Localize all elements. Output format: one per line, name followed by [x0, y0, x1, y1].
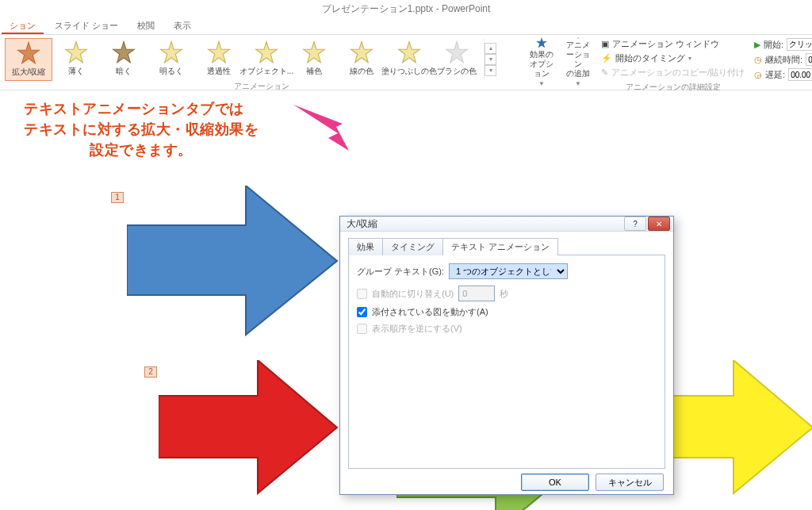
dialog-tabs: 効果 タイミング テキスト アニメーション — [348, 238, 665, 255]
seconds-unit: 秒 — [500, 288, 508, 300]
add-animation-label: アニメーション の追加 — [566, 40, 590, 79]
duration-input[interactable] — [806, 53, 812, 66]
anim-item-5[interactable]: オブジェクト... — [243, 38, 290, 81]
anim-item-label: オブジェクト... — [239, 66, 293, 77]
star-icon — [445, 40, 469, 64]
dialog-tab-effect[interactable]: 効果 — [348, 238, 383, 255]
delay-input[interactable] — [788, 68, 812, 81]
painter-label: アニメーションのコピー/貼り付け — [611, 67, 745, 79]
delay-icon: ◶ — [754, 70, 762, 80]
tab-animation[interactable]: ション — [2, 17, 44, 34]
svg-marker-7 — [351, 42, 373, 63]
star-plus-icon: + — [566, 37, 590, 39]
dialog-titlebar[interactable]: 大/収縮 ? ✕ — [340, 217, 673, 232]
dialog-close-button[interactable]: ✕ — [648, 217, 670, 231]
animation-gallery: 拡大/収縮薄く暗く明るく透過性オブジェクト...補色線の色塗りつぶしの色ブラシの… — [0, 35, 496, 81]
grow-shrink-dialog: 大/収縮 ? ✕ 効果 タイミング テキスト アニメーション グループ テキスト… — [339, 216, 674, 495]
blue-arrow-shape[interactable] — [127, 186, 341, 336]
reverse-order-checkbox — [357, 324, 367, 334]
group-text-select[interactable]: 1 つのオブジェクトとして — [449, 263, 568, 279]
anim-item-label: 暗く — [116, 66, 132, 77]
ok-button[interactable]: OK — [521, 474, 589, 491]
anim-item-label: 拡大/収縮 — [12, 67, 46, 78]
tab-slideshow[interactable]: スライド ショー — [47, 17, 126, 34]
svg-marker-13 — [293, 105, 349, 151]
anim-item-label: 線の色 — [350, 66, 373, 77]
dialog-panel: グループ テキスト(G): 1 つのオブジェクトとして 自動的に切り替え(U) … — [348, 255, 665, 469]
svg-text:+: + — [579, 37, 580, 38]
auto-seconds-input — [458, 286, 495, 301]
anim-item-label: 薄く — [68, 66, 84, 77]
animation-pane-label: アニメーション ウィンドウ — [612, 38, 719, 50]
trigger-button[interactable]: ⚡ 開始のタイミング ▾ — [601, 52, 745, 64]
anim-item-8[interactable]: 塗りつぶしの色 — [385, 38, 433, 81]
dialog-tab-text-animation[interactable]: テキスト アニメーション — [442, 238, 558, 255]
star-icon — [64, 40, 88, 64]
star-icon — [350, 40, 373, 64]
anim-item-4[interactable]: 透過性 — [195, 38, 243, 81]
anim-item-6[interactable]: 補色 — [290, 38, 338, 81]
svg-marker-2 — [113, 42, 135, 63]
star-icon — [112, 40, 136, 64]
star-icon — [302, 40, 326, 64]
group-text-label: グループ テキスト(G): — [357, 266, 444, 278]
anim-item-3[interactable]: 明るく — [147, 38, 195, 81]
add-animation-button[interactable]: + アニメーション の追加 ▼ — [560, 35, 596, 90]
tab-review[interactable]: 校閲 — [129, 17, 163, 34]
help-icon: ? — [633, 220, 638, 228]
app-titlebar: プレゼンテーション1.pptx - PowerPoint — [0, 0, 812, 17]
start-input[interactable] — [787, 38, 812, 51]
start-label: 開始: — [764, 39, 783, 51]
effect-options-label: 効果の オプション — [530, 50, 553, 79]
anim-item-7[interactable]: 線の色 — [338, 38, 385, 81]
anim-item-9[interactable]: ブラシの色 — [433, 38, 481, 81]
annotation-text: テキストアニメーションタブでは テキストに対する拡大・収縮効果を 設定できます。 — [24, 98, 259, 160]
anim-item-label: 塗りつぶしの色 — [381, 66, 437, 77]
close-icon: ✕ — [656, 220, 662, 228]
chevron-down-icon: ▼ — [575, 80, 581, 87]
gallery-scroll[interactable]: ▴▾▾ — [484, 38, 496, 81]
effect-options-button[interactable]: 効果の オプション ▼ — [523, 35, 560, 90]
move-attached-checkbox[interactable] — [357, 307, 367, 317]
dialog-help-button[interactable]: ? — [624, 217, 646, 231]
red-arrow-shape[interactable] — [159, 360, 341, 495]
anim-item-label: 明るく — [159, 66, 183, 77]
duration-label: 継続時間: — [765, 54, 802, 66]
shape-tag-1[interactable]: 1 — [111, 192, 124, 203]
advanced-animation-group: ▣ アニメーション ウィンドウ ⚡ 開始のタイミング ▾ ✎ アニメーションのコ… — [596, 35, 749, 82]
trigger-label: 開始のタイミング — [615, 52, 685, 64]
chevron-down-icon: ▼ — [538, 80, 545, 87]
lightning-icon: ⚡ — [601, 53, 612, 63]
svg-marker-1 — [66, 42, 87, 63]
auto-switch-checkbox — [357, 289, 367, 299]
pane-icon: ▣ — [601, 39, 609, 49]
annotation-line-3: 設定できます。 — [24, 140, 259, 160]
svg-marker-8 — [399, 42, 420, 63]
animation-painter-button[interactable]: ✎ アニメーションのコピー/貼り付け — [601, 67, 745, 79]
star-icon — [17, 41, 40, 65]
svg-marker-9 — [446, 42, 468, 63]
cancel-button[interactable]: キャンセル — [596, 474, 664, 491]
anim-item-2[interactable]: 暗く — [100, 38, 147, 81]
anim-item-0[interactable]: 拡大/収縮 — [5, 38, 52, 81]
move-attached-label: 添付されている図を動かす(A) — [372, 306, 488, 318]
svg-marker-6 — [304, 42, 325, 63]
star-icon — [530, 37, 553, 48]
anim-item-1[interactable]: 薄く — [52, 38, 100, 81]
dialog-tab-timing[interactable]: タイミング — [382, 238, 443, 255]
chevron-down-icon: ▾ — [688, 55, 691, 62]
svg-marker-14 — [127, 186, 337, 335]
play-icon: ▶ — [754, 40, 760, 50]
star-icon — [207, 40, 231, 64]
ribbon: 拡大/収縮薄く暗く明るく透過性オブジェクト...補色線の色塗りつぶしの色ブラシの… — [0, 35, 812, 90]
shape-tag-2[interactable]: 2 — [144, 366, 157, 378]
reverse-order-label: 表示順序を逆にする(V) — [372, 323, 462, 335]
dialog-title: 大/収縮 — [347, 217, 377, 231]
tab-view[interactable]: 表示 — [166, 17, 199, 34]
anim-item-label: 補色 — [306, 66, 322, 77]
anim-item-label: ブラシの色 — [437, 66, 477, 77]
animation-pane-button[interactable]: ▣ アニメーション ウィンドウ — [601, 38, 745, 50]
star-icon — [255, 40, 278, 64]
brush-icon: ✎ — [601, 67, 608, 78]
annotation-line-2: テキストに対する拡大・収縮効果を — [24, 119, 259, 140]
